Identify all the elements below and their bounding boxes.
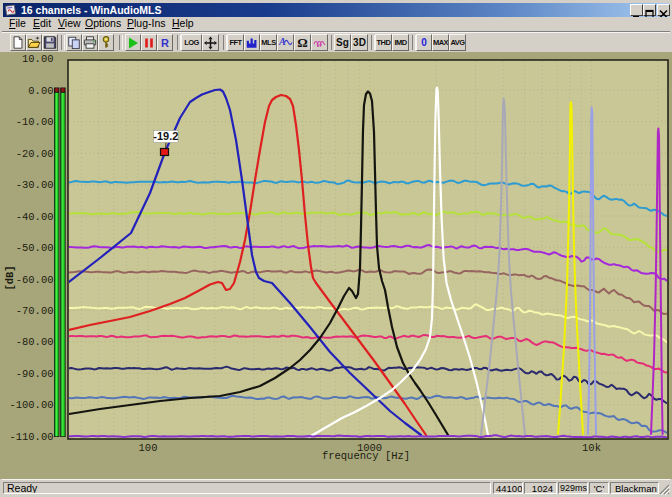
svg-text:-10.00: -10.00 bbox=[16, 116, 54, 128]
svg-text:-40.00: -40.00 bbox=[16, 211, 54, 223]
svg-text:-70.00: -70.00 bbox=[16, 305, 54, 317]
svg-text:0.00: 0.00 bbox=[28, 85, 53, 97]
svg-text:-110.00: -110.00 bbox=[9, 431, 53, 443]
svg-text:-90.00: -90.00 bbox=[16, 368, 54, 380]
svg-text:-50.00: -50.00 bbox=[16, 242, 54, 254]
svg-text:-30.00: -30.00 bbox=[16, 179, 54, 191]
svg-text:-100.00: -100.00 bbox=[9, 399, 53, 411]
svg-text:100: 100 bbox=[139, 442, 158, 454]
svg-text:-19.2: -19.2 bbox=[153, 130, 178, 142]
svg-text:frequency [Hz]: frequency [Hz] bbox=[322, 450, 410, 462]
svg-text:[dB]: [dB] bbox=[4, 265, 16, 290]
svg-text:10k: 10k bbox=[582, 442, 601, 454]
svg-text:-80.00: -80.00 bbox=[16, 336, 54, 348]
svg-text:-20.00: -20.00 bbox=[16, 148, 54, 160]
svg-text:10.00: 10.00 bbox=[22, 53, 54, 65]
svg-text:-60.00: -60.00 bbox=[16, 274, 54, 286]
svg-text:Ω: Ω bbox=[297, 35, 308, 50]
